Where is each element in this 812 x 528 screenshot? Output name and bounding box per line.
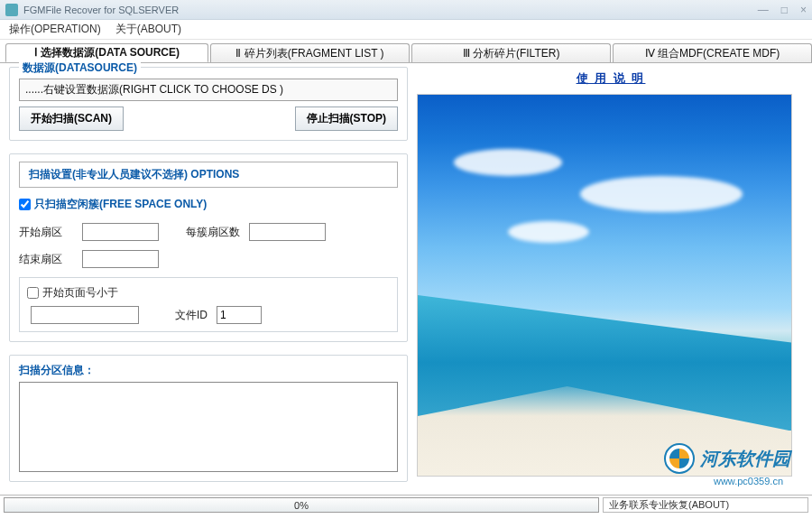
tab-data-source[interactable]: Ⅰ 选择数据源(DATA SOURCE)	[5, 43, 208, 62]
datasource-group: 数据源(DATASOURCE) ......右键设置数据源(RIGHT CLIC…	[9, 67, 408, 141]
tab-create-mdf[interactable]: Ⅳ 组合MDF(CREATE MDF)	[613, 43, 812, 62]
datasource-field[interactable]: ......右键设置数据源(RIGHT CLICK TO CHOOSE DS )	[19, 79, 398, 101]
free-space-only-label: 只扫描空闲簇(FREE SPACE ONLY)	[34, 197, 207, 212]
scan-button[interactable]: 开始扫描(SCAN)	[19, 107, 124, 131]
scan-options-group: 扫描设置(非专业人员建议不选择) OPTIONS 只扫描空闲簇(FREE SPA…	[9, 153, 408, 342]
minimize-button[interactable]: —	[758, 4, 769, 16]
end-sector-label: 结束扇区	[19, 252, 82, 267]
file-id-input[interactable]	[217, 306, 262, 324]
page-lt-checkbox[interactable]	[27, 287, 39, 299]
end-sector-input[interactable]	[82, 250, 159, 268]
beach-image	[417, 94, 792, 477]
tabbar: Ⅰ 选择数据源(DATA SOURCE) Ⅱ 碎片列表(FRAGMENT LIS…	[0, 43, 812, 63]
window-controls: — □ ×	[758, 4, 807, 16]
watermark: 河东软件园	[664, 443, 790, 474]
start-sector-label: 开始扇区	[19, 225, 82, 240]
watermark-logo-icon	[664, 443, 695, 474]
instructions-title: 使 用 说 明	[417, 70, 805, 87]
progress-bar: 0%	[4, 497, 599, 513]
partition-info-title: 扫描分区信息：	[19, 363, 398, 378]
titlebar: FGMFile Recover for SQLSERVER — □ ×	[0, 0, 812, 20]
per-cluster-input[interactable]	[249, 223, 326, 241]
free-space-only-checkbox[interactable]: 只扫描空闲簇(FREE SPACE ONLY)	[19, 197, 398, 212]
status-contact[interactable]: 业务联系专业恢复(ABOUT)	[603, 497, 808, 513]
left-panel: 数据源(DATASOURCE) ......右键设置数据源(RIGHT CLIC…	[0, 63, 415, 495]
scan-options-header: 扫描设置(非专业人员建议不选择) OPTIONS	[19, 162, 398, 188]
partition-info-box[interactable]	[19, 382, 398, 472]
right-panel: 使 用 说 明	[415, 63, 812, 495]
watermark-url: www.pc0359.cn	[714, 476, 783, 486]
watermark-text: 河东软件园	[700, 447, 790, 471]
partition-info-group: 扫描分区信息：	[9, 355, 408, 482]
start-sector-input[interactable]	[82, 223, 159, 241]
menu-about[interactable]: 关于(ABOUT)	[112, 20, 185, 39]
tab-fragment-list[interactable]: Ⅱ 碎片列表(FRAGMENT LIST )	[210, 43, 410, 62]
page-lt-input[interactable]	[31, 306, 139, 324]
page-lt-label: 开始页面号小于	[42, 285, 118, 301]
content-area: 数据源(DATASOURCE) ......右键设置数据源(RIGHT CLIC…	[0, 63, 812, 495]
close-button[interactable]: ×	[800, 4, 807, 16]
statusbar: 0% 业务联系专业恢复(ABOUT)	[0, 495, 812, 514]
window-title: FGMFile Recover for SQLSERVER	[23, 5, 758, 15]
per-cluster-label: 每簇扇区数	[186, 225, 249, 240]
page-options-box: 开始页面号小于 文件ID	[19, 277, 398, 332]
free-space-only-input[interactable]	[19, 199, 31, 210]
app-icon	[5, 4, 18, 16]
stop-button[interactable]: 停止扫描(STOP)	[295, 107, 398, 131]
maximize-button[interactable]: □	[781, 4, 788, 16]
menu-operation[interactable]: 操作(OPERATION)	[5, 20, 105, 39]
file-id-label: 文件ID	[175, 308, 208, 323]
menubar: 操作(OPERATION) 关于(ABOUT)	[0, 20, 812, 40]
tab-filter[interactable]: Ⅲ 分析碎片(FILTER)	[411, 43, 611, 62]
datasource-group-title: 数据源(DATASOURCE)	[19, 60, 141, 76]
